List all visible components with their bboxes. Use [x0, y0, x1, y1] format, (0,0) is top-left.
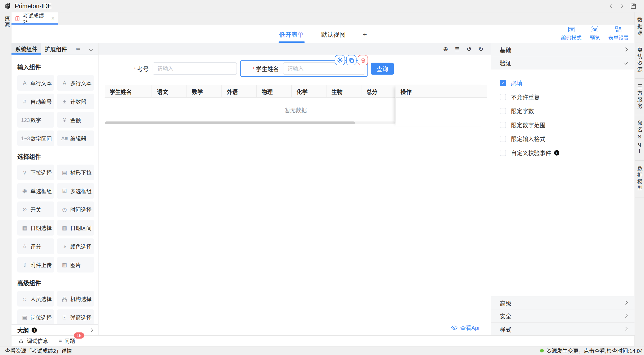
chevron-right-icon [624, 301, 628, 305]
section-样式[interactable]: 样式 [491, 322, 634, 335]
component-item[interactable]: ▥日期区间 [57, 220, 94, 236]
validation-option[interactable]: 自定义校验事件i [500, 146, 635, 160]
status-right[interactable]: 资源发生变更，点击查看,检查时间:14:04 [540, 347, 643, 354]
component-item[interactable]: ☆评分 [17, 238, 54, 254]
checkbox[interactable] [500, 108, 506, 114]
checkbox[interactable] [500, 150, 506, 156]
checkbox[interactable] [500, 122, 506, 128]
code-mode-button[interactable]: 编码模式 [561, 26, 581, 41]
panel-collapse-icon[interactable] [89, 47, 93, 51]
view-api-link[interactable]: 查看Api [451, 323, 479, 332]
app-window: Primeton-IDE 资源 考试成绩 [0, 0, 644, 355]
outline-bar[interactable]: 大纲 i [11, 324, 98, 335]
field-exam-number[interactable]: *考号 [119, 62, 237, 74]
table-header-cell: 学生姓名 [105, 85, 152, 97]
component-item[interactable]: ◑颜色选择 [57, 238, 94, 254]
component-item[interactable]: ▨图片 [57, 257, 94, 273]
document-tab[interactable]: 考试成绩2* × [11, 12, 58, 24]
section-高级[interactable]: 高级 [491, 296, 634, 309]
validation-options: ✓必填不允许重复限定字数限定数字范围限定输入格式自定义校验事件i [491, 69, 634, 160]
component-item[interactable]: ◷时间选择 [57, 201, 94, 217]
status-left-text[interactable]: 查看资源「考试成绩2」详情 [5, 347, 72, 354]
component-item[interactable]: ¥金额 [57, 112, 94, 128]
section-validation[interactable]: 验证 [491, 56, 634, 69]
view-tab-默认视图[interactable]: 默认视图 [320, 25, 347, 43]
view-tab-低开表单[interactable]: 低开表单 [278, 25, 305, 43]
component-icon: ☆ [21, 243, 28, 249]
outline-tree-icon[interactable]: ≣ [455, 46, 460, 52]
component-item[interactable]: A多行文本 [57, 75, 94, 91]
field-student-name-selected[interactable]: *学生姓名 [240, 60, 368, 77]
rail-tab-label: 三方服务 [636, 84, 643, 110]
component-icon: 123 [21, 117, 28, 123]
nav-forward-icon[interactable] [620, 4, 623, 8]
rail-tab-命名Sql[interactable]: 命名Sql [635, 115, 644, 161]
form-settings-label: 表单设置 [608, 33, 629, 41]
component-item-label: 数字区间 [31, 134, 52, 142]
checkbox[interactable]: ✓ [500, 80, 506, 86]
component-item[interactable]: 品机构选择 [57, 291, 94, 306]
component-list-icon[interactable]: ≔ [76, 46, 81, 52]
component-item-label: 图片 [70, 261, 81, 269]
component-item[interactable]: ±计数器 [57, 94, 94, 109]
component-item[interactable]: A≡编辑器 [57, 130, 94, 146]
rail-tab-离线资源[interactable]: 离线资源 [635, 42, 644, 79]
rail-tab-数据模型[interactable]: 数据模型 [635, 161, 644, 198]
component-item[interactable]: ☺人员选择 [17, 291, 54, 306]
document-tab-label: 考试成绩2* [23, 11, 48, 25]
query-button[interactable]: 查询 [371, 63, 394, 74]
problems-item[interactable]: ≡ 问题 15 [59, 337, 75, 345]
save-icon[interactable] [630, 3, 637, 9]
component-item-label: 下拉选择 [31, 168, 52, 176]
view-tab-+[interactable]: + [362, 25, 368, 43]
validation-option[interactable]: 不允许重复 [500, 90, 635, 104]
scrollbar-thumb[interactable] [105, 121, 355, 124]
component-item[interactable]: ▤树形下拉 [57, 165, 94, 180]
horizontal-scrollbar[interactable] [105, 121, 396, 124]
validation-option[interactable]: 限定数字范围 [500, 118, 635, 132]
chevron-down-icon [624, 60, 628, 64]
validation-option[interactable]: ✓必填 [500, 76, 635, 90]
component-item[interactable]: ⇧附件上传 [17, 257, 54, 273]
component-item[interactable]: ⊡弹窗选择 [57, 309, 94, 324]
component-item[interactable]: ◉单选框组 [17, 183, 54, 199]
outline-expand-icon[interactable] [89, 328, 93, 332]
rail-tab-resources[interactable]: 资源 [3, 16, 11, 29]
operation-fixed-column: 操作 [396, 85, 487, 126]
tab-system-components[interactable]: 系统组件 [11, 43, 41, 55]
component-item[interactable]: #自动编号 [17, 94, 54, 109]
delete-chip[interactable] [358, 55, 368, 65]
form-settings-button[interactable]: 表单设置 [608, 26, 629, 41]
section-安全[interactable]: 安全 [491, 309, 634, 322]
rail-tab-数据源[interactable]: 数据源 [635, 12, 644, 42]
component-item[interactable]: 123数字 [17, 112, 54, 128]
exam-number-input[interactable] [153, 62, 237, 74]
component-section-title: 高级组件 [17, 278, 92, 287]
validation-option[interactable]: 限定字数 [500, 104, 635, 118]
section-basic[interactable]: 基础 [491, 43, 634, 56]
component-item[interactable]: A单行文本 [17, 75, 54, 91]
validation-option[interactable]: 限定输入格式 [500, 132, 635, 146]
nav-back-icon[interactable] [610, 4, 613, 8]
table-header-cell: 物理 [257, 85, 292, 97]
redo-icon[interactable]: ↻ [478, 46, 483, 52]
left-rail: 资源 [0, 12, 11, 346]
preview-button[interactable]: 预览 [590, 26, 600, 41]
copy-chip[interactable] [346, 55, 357, 65]
settings-chip[interactable] [335, 55, 345, 65]
checkbox[interactable] [500, 94, 506, 100]
component-item[interactable]: ∨下拉选择 [17, 165, 54, 180]
tab-close-icon[interactable]: × [51, 15, 55, 22]
undo-icon[interactable]: ↺ [466, 46, 472, 52]
component-item[interactable]: ⊙开关 [17, 201, 54, 217]
component-item[interactable]: ▦日期选择 [17, 220, 54, 236]
debug-info-item[interactable]: 调试信息 [19, 337, 48, 345]
component-item[interactable]: ▣岗位选择 [17, 309, 54, 324]
component-item[interactable]: ☑多选框组 [57, 183, 94, 199]
component-item[interactable]: 1~3数字区间 [17, 130, 54, 146]
i18n-globe-icon[interactable]: ⊕ [443, 46, 448, 52]
section-basic-label: 基础 [500, 45, 511, 54]
tab-extended-components[interactable]: 扩展组件 [41, 43, 71, 55]
rail-tab-三方服务[interactable]: 三方服务 [635, 79, 644, 115]
checkbox[interactable] [500, 136, 506, 142]
